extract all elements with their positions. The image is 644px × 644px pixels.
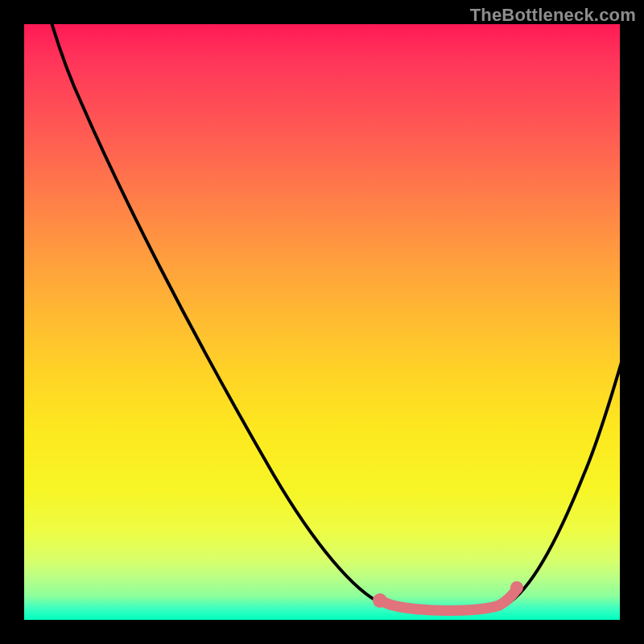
watermark-text: TheBottleneck.com <box>470 5 636 26</box>
chart-root: TheBottleneck.com <box>0 0 644 644</box>
bottleneck-curve <box>51 24 620 612</box>
svg-point-1 <box>510 581 523 594</box>
pink-trough-accent <box>373 581 523 610</box>
plot-area <box>24 24 620 620</box>
curve-layer <box>24 24 620 620</box>
